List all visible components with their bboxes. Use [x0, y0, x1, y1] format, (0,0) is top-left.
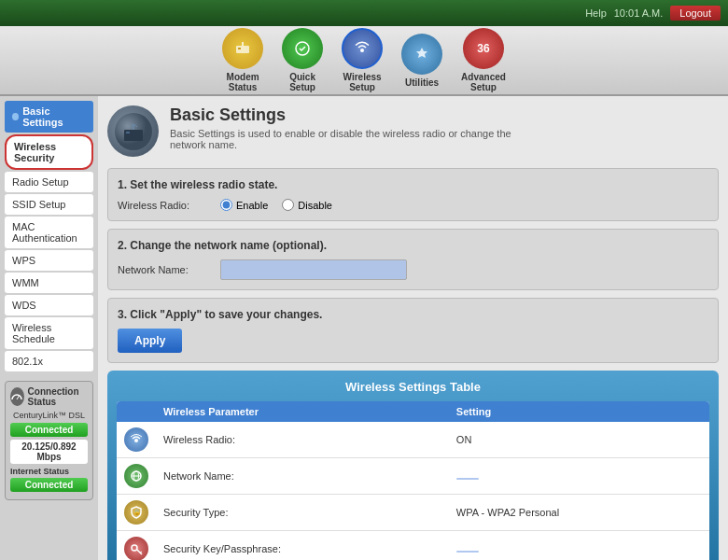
nav-item-advanced[interactable]: 36 AdvancedSetup	[461, 28, 506, 92]
sidebar-item-8021x[interactable]: 802.1x	[5, 351, 93, 371]
advanced-label: AdvancedSetup	[461, 72, 506, 92]
sidebar: Basic Settings Wireless Security Radio S…	[0, 96, 98, 560]
table-row: 🔒 Security Type: WPA - WPA2 Personal	[117, 495, 709, 531]
radio-enable-label: Enable	[236, 200, 268, 211]
wst-param-key: Security Key/Passphrase:	[156, 531, 449, 561]
wst-value-key	[449, 531, 709, 561]
sidebar-item-wds[interactable]: WDS	[5, 295, 93, 315]
network-name-label: Network Name:	[118, 264, 211, 275]
key-table-icon	[124, 537, 148, 560]
wireless-label: WirelessSetup	[343, 72, 382, 92]
table-row: Wireless Radio: ON	[117, 422, 709, 458]
wst-value-network	[449, 458, 709, 495]
wst-col-setting: Setting	[449, 401, 709, 422]
nav-item-modem[interactable]: ModemStatus	[222, 28, 263, 92]
page-description: Basic Settings is used to enable or disa…	[170, 128, 525, 150]
wst-icon-cell: 🔒	[117, 495, 156, 531]
section1-title: 1. Set the wireless radio state.	[118, 178, 708, 191]
wst-value-radio: ON	[449, 422, 709, 458]
section-apply: 3. Click "Apply" to save your changes. A…	[107, 298, 719, 363]
sidebar-item-label: WMM	[12, 277, 39, 288]
help-link[interactable]: Help	[585, 7, 607, 19]
quick-label: QuickSetup	[289, 72, 315, 92]
sidebar-item-label: WPS	[12, 255, 35, 266]
sidebar-item-mac-auth[interactable]: MAC Authentication	[5, 217, 93, 248]
utilities-label: Utilities	[405, 77, 439, 88]
svg-text:🔒: 🔒	[133, 509, 141, 516]
key-value-blue	[456, 551, 479, 553]
apply-button[interactable]: Apply	[118, 329, 182, 353]
table-row: Network Name:	[117, 458, 709, 495]
router-icon	[107, 105, 159, 157]
page-title: Basic Settings	[170, 105, 525, 125]
sidebar-item-ssid-setup[interactable]: SSID Setup	[5, 194, 93, 215]
svg-rect-1	[238, 48, 241, 49]
sidebar-item-label: Wireless Schedule	[12, 322, 55, 344]
logout-button[interactable]: Logout	[670, 6, 721, 21]
wst-title: Wireless Settings Table	[117, 380, 709, 394]
nav-item-utilities[interactable]: Utilities	[401, 34, 442, 88]
table-row: Security Key/Passphrase:	[117, 531, 709, 561]
page-title-area: Basic Settings Basic Settings is used to…	[170, 105, 525, 150]
wst-param-radio: Wireless Radio:	[156, 422, 449, 458]
radio-disable-label: Disable	[298, 200, 332, 211]
security-table-icon: 🔒	[124, 500, 148, 525]
wireless-settings-table: Wireless Parameter Setting Wireless Radi…	[117, 401, 709, 560]
sidebar-item-label: Radio Setup	[12, 176, 69, 188]
radio-disable[interactable]: Disable	[282, 199, 332, 211]
nav-item-quick[interactable]: QuickSetup	[282, 28, 323, 92]
nav-item-wireless[interactable]: WirelessSetup	[342, 28, 383, 92]
sidebar-item-wireless-security[interactable]: Wireless Security	[5, 134, 93, 170]
svg-rect-9	[126, 132, 130, 133]
svg-text:36: 36	[477, 42, 490, 55]
svg-rect-8	[124, 130, 143, 141]
sidebar-item-wps[interactable]: WPS	[5, 250, 93, 271]
wst-icon-cell	[117, 458, 156, 495]
right-panel: Basic Settings Basic Settings is used to…	[98, 96, 728, 560]
sidebar-item-radio-setup[interactable]: Radio Setup	[5, 172, 93, 192]
internet-status-label: Internet Status	[10, 467, 88, 476]
wst-icon-cell	[117, 531, 156, 561]
svg-rect-0	[236, 46, 249, 53]
internet-status-badge: Connected	[10, 478, 88, 492]
radio-disable-input[interactable]	[282, 199, 294, 211]
sidebar-item-label: Wireless Security	[14, 141, 56, 163]
active-dot	[12, 113, 19, 120]
sidebar-item-label: WDS	[12, 300, 36, 311]
wireless-radio-label: Wireless Radio:	[118, 200, 211, 211]
sidebar-item-wireless-schedule[interactable]: Wireless Schedule	[5, 317, 93, 349]
svg-point-13	[134, 439, 138, 442]
main-content: Basic Settings Wireless Security Radio S…	[0, 96, 728, 560]
wst-param-security: Security Type:	[156, 495, 449, 531]
network-name-input[interactable]	[220, 259, 407, 280]
sidebar-active-label: Basic Settings	[22, 105, 86, 128]
utilities-icon	[401, 34, 442, 75]
connection-badge: Connected	[10, 423, 88, 437]
isp-label: CenturyLink™ DSL	[10, 411, 88, 420]
sidebar-item-basic-settings[interactable]: Basic Settings	[5, 101, 93, 133]
svg-line-20	[140, 552, 142, 553]
wst-param-network: Network Name:	[156, 458, 449, 495]
sidebar-item-label: SSID Setup	[12, 199, 65, 210]
modem-label: ModemStatus	[227, 72, 259, 92]
wst-value-security: WPA - WPA2 Personal	[449, 495, 709, 531]
wireless-icon	[342, 28, 383, 69]
section2-title: 2. Change the network name (optional).	[118, 239, 708, 252]
top-bar: Help 10:01 A.M. Logout	[0, 0, 728, 26]
svg-point-4	[360, 49, 364, 52]
nav-row: ModemStatus QuickSetup WirelessSetup Uti…	[0, 26, 728, 96]
radio-enable-input[interactable]	[220, 199, 232, 211]
network-value-blue	[456, 478, 479, 480]
conn-status-title: Connection Status	[28, 386, 88, 407]
speedometer-icon	[10, 387, 24, 406]
radio-enable[interactable]: Enable	[220, 199, 268, 211]
page-header: Basic Settings Basic Settings is used to…	[107, 105, 719, 157]
sidebar-item-label: MAC Authentication	[12, 221, 77, 244]
section-network-name: 2. Change the network name (optional). N…	[107, 229, 719, 290]
advanced-icon: 36	[463, 28, 504, 69]
sidebar-item-label: 802.1x	[12, 356, 43, 367]
sidebar-item-wmm[interactable]: WMM	[5, 273, 93, 293]
network-table-icon	[124, 464, 148, 488]
wst-col-icon	[117, 401, 156, 422]
time-display: 10:01 A.M.	[614, 7, 664, 19]
